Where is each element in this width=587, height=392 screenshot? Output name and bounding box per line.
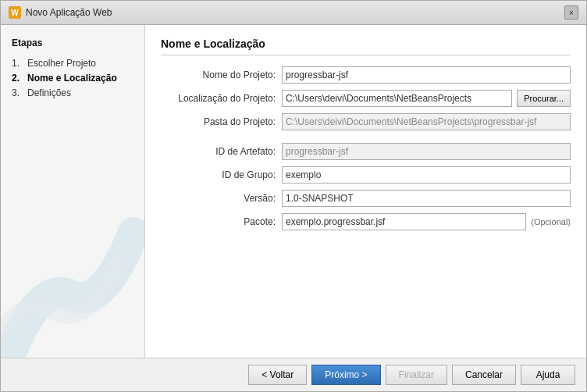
step-3: 3. Definições — [12, 87, 133, 98]
back-button[interactable]: < Voltar — [248, 365, 307, 385]
content-area: Etapas 1. Escolher Projeto 2. Nome e Loc… — [1, 25, 586, 358]
package-row: Pacote: (Opcional) — [161, 213, 571, 230]
project-location-input[interactable] — [282, 90, 512, 107]
package-label: Pacote: — [161, 216, 282, 227]
close-button[interactable]: × — [564, 5, 578, 20]
spacer — [161, 137, 571, 143]
version-label: Versão: — [161, 193, 282, 204]
step-3-num: 3. — [12, 87, 24, 98]
app-icon: W — [9, 6, 21, 19]
sidebar-watermark — [1, 217, 145, 358]
section-title: Nome e Localização — [161, 37, 571, 55]
group-id-label: ID de Grupo: — [161, 169, 282, 180]
project-location-row: Localização do Projeto: Procurar... — [161, 90, 571, 107]
sidebar-title: Etapas — [12, 37, 133, 48]
dialog-title: Novo Aplicação Web — [26, 7, 112, 18]
version-row: Versão: — [161, 190, 571, 207]
browse-button[interactable]: Procurar... — [517, 90, 571, 107]
step-2-label: Nome e Localização — [27, 73, 117, 84]
title-bar: W Novo Aplicação Web × — [1, 1, 586, 25]
project-folder-input — [282, 113, 571, 130]
project-folder-label: Pasta do Projeto: — [161, 116, 282, 127]
artifact-id-row: ID de Artefato: — [161, 143, 571, 160]
step-2-num: 2. — [12, 73, 24, 84]
help-button[interactable]: Ajuda — [521, 365, 575, 385]
optional-label: (Opcional) — [531, 217, 571, 226]
project-folder-row: Pasta do Projeto: — [161, 113, 571, 130]
step-3-label: Definições — [27, 87, 71, 98]
artifact-id-input — [282, 143, 571, 160]
step-1-label: Escolher Projeto — [27, 58, 96, 69]
step-1-num: 1. — [12, 58, 24, 69]
dialog: W Novo Aplicação Web × Etapas 1. Escolhe… — [0, 0, 587, 392]
cancel-button[interactable]: Cancelar — [452, 365, 516, 385]
project-name-label: Nome do Projeto: — [161, 69, 282, 80]
title-bar-left: W Novo Aplicação Web — [9, 6, 112, 19]
group-id-row: ID de Grupo: — [161, 166, 571, 184]
footer: < Voltar Próximo > Finalizar Cancelar Aj… — [1, 358, 586, 391]
step-2: 2. Nome e Localização — [12, 73, 133, 84]
finish-button[interactable]: Finalizar — [386, 365, 447, 385]
project-location-label: Localização do Projeto: — [161, 93, 282, 104]
artifact-id-label: ID de Artefato: — [161, 146, 282, 157]
step-1: 1. Escolher Projeto — [12, 58, 133, 69]
sidebar: Etapas 1. Escolher Projeto 2. Nome e Loc… — [1, 25, 145, 358]
package-input[interactable] — [282, 213, 526, 230]
main-panel: Nome e Localização Nome do Projeto: Loca… — [145, 25, 586, 358]
group-id-input[interactable] — [282, 166, 571, 184]
steps-list: 1. Escolher Projeto 2. Nome e Localizaçã… — [12, 58, 133, 98]
project-name-input[interactable] — [282, 66, 571, 84]
project-name-row: Nome do Projeto: — [161, 66, 571, 84]
version-input[interactable] — [282, 190, 571, 207]
next-button[interactable]: Próximo > — [311, 365, 380, 385]
